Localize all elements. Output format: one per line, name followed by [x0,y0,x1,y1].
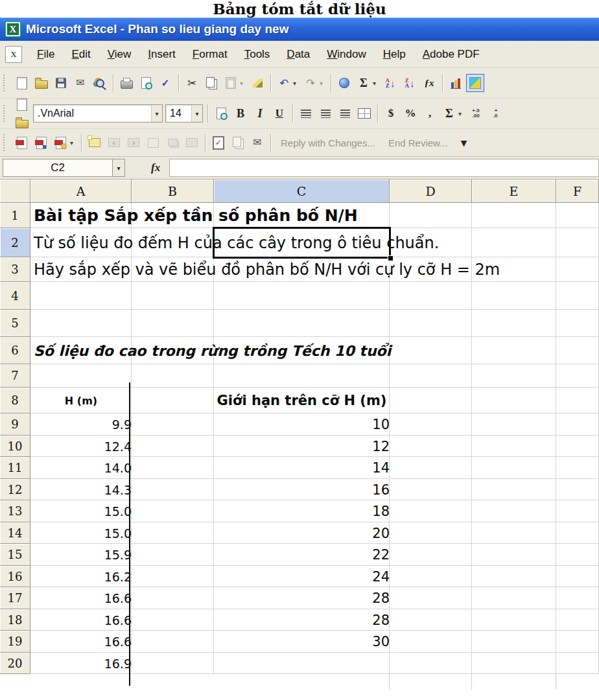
toolbar-grip[interactable] [3,105,9,122]
column-header-C[interactable]: C [214,180,390,203]
send-for-review-icon[interactable]: ✉ [248,134,266,152]
menu-data[interactable]: Data [278,45,318,64]
font-size-dropdown-icon[interactable]: ▾ [191,105,202,122]
bold-icon[interactable]: B [231,104,250,122]
convert-to-adobe-pdf-and-send-for-review-dropdown-icon[interactable]: ▾ [70,139,76,146]
merge-and-center-icon[interactable] [355,104,373,122]
cell-E18[interactable] [472,609,556,631]
cell-E8[interactable] [472,388,556,414]
new-document-icon[interactable] [13,74,31,92]
drawing-icon[interactable] [466,74,484,92]
font-name-dropdown-icon[interactable]: ▾ [151,105,162,122]
cell-F5[interactable] [556,310,599,337]
row-header-15[interactable]: 15 [0,544,30,566]
cell-B20[interactable] [132,653,214,674]
cell-C7[interactable] [214,364,390,388]
row-header-1[interactable]: 1 [0,203,30,228]
menu-insert[interactable]: Insert [139,45,184,64]
cell-B14[interactable] [132,522,214,544]
new-comment-icon[interactable] [86,134,104,152]
cell-E17[interactable] [472,587,556,609]
insert-function-icon[interactable]: ƒx [420,74,438,92]
cell-D11[interactable] [390,457,472,479]
cell-E12[interactable] [472,479,556,500]
new-document-small-icon[interactable] [13,95,31,113]
menu-help[interactable]: Help [375,45,414,64]
copy-icon[interactable] [202,74,220,92]
cell-D15[interactable] [390,544,472,566]
cell-E5[interactable] [472,310,556,337]
cell-A7[interactable] [30,364,132,388]
column-header-F[interactable]: F [556,180,599,203]
align-left-icon[interactable] [297,104,315,122]
toolbar-grip[interactable] [3,75,9,91]
cell-D5[interactable] [390,310,472,337]
menu-edit[interactable]: Edit [63,45,99,64]
row-header-11[interactable]: 11 [0,457,30,479]
column-header-B[interactable]: B [132,180,214,203]
font-size-combo[interactable]: 14 ▾ [165,104,203,122]
row-header-16[interactable]: 16 [0,566,30,587]
decrease-decimal-icon[interactable]: + .0 [486,104,504,122]
cell-D14[interactable] [390,522,472,544]
chart-wizard-icon[interactable] [447,74,465,92]
cell-D20[interactable] [390,653,472,674]
save-icon[interactable] [52,74,70,92]
cell-F11[interactable] [556,457,599,479]
select-changes-icon[interactable]: ✓ [209,134,228,152]
cell-D9[interactable] [390,414,472,436]
autosum-2-icon[interactable]: Σ [440,104,458,122]
fill-handle[interactable] [388,255,393,261]
cell-E16[interactable] [472,566,556,587]
autosum-icon[interactable]: Σ [355,74,373,92]
cell-F16[interactable] [556,566,599,587]
cell-B9[interactable] [132,414,214,436]
formula-input[interactable] [169,159,599,177]
format-painter-icon[interactable] [248,74,266,92]
cell-D10[interactable] [390,436,472,457]
toolbar-grip[interactable] [3,134,9,151]
menu-tools[interactable]: Tools [236,45,279,64]
column-header-D[interactable]: D [390,180,472,203]
cell-F19[interactable] [556,631,599,653]
menu-format[interactable]: Format [184,45,236,64]
undo-icon[interactable]: ↶ [275,74,293,92]
cell-E20[interactable] [472,653,556,674]
email-icon[interactable]: ✉ [71,74,89,92]
row-header-20[interactable]: 20 [0,653,30,674]
cell-F9[interactable] [556,414,599,436]
cell-D7[interactable] [390,364,472,388]
cell-B15[interactable] [132,544,214,566]
row-header-18[interactable]: 18 [0,609,30,631]
cell-D19[interactable] [390,631,472,653]
name-box-dropdown-icon[interactable]: ▾ [113,159,125,177]
cell-B19[interactable] [132,631,214,653]
cell-C20[interactable] [214,653,390,674]
autosum-dropdown-icon[interactable]: ▾ [373,80,379,87]
convert-to-adobe-pdf-and-send-for-review-icon[interactable] [52,134,70,152]
undo-dropdown-icon[interactable]: ▾ [293,80,300,87]
cell-D17[interactable] [390,587,472,609]
percent-icon[interactable]: % [401,104,419,122]
cell-F13[interactable] [556,500,599,522]
cell-B7[interactable] [132,364,214,388]
print-icon[interactable] [117,74,135,92]
increase-decimal-icon[interactable]: +.0 .00 [467,104,485,122]
font-name-combo[interactable]: .VnArial ▾ [33,104,163,122]
cell-E13[interactable] [472,500,556,522]
cell-F8[interactable] [556,388,599,414]
cell-B10[interactable] [132,436,214,457]
row-header-5[interactable]: 5 [0,310,30,337]
cell-B4[interactable] [132,282,214,310]
column-header-A[interactable]: A [30,180,132,203]
cell-F10[interactable] [556,436,599,457]
cell-B17[interactable] [132,587,214,609]
row-header-4[interactable]: 4 [0,282,30,310]
cell-E9[interactable] [472,414,556,436]
cell-A5[interactable] [30,310,132,337]
open-icon[interactable] [32,74,51,92]
align-right-icon[interactable] [336,104,354,122]
cell-D8[interactable] [390,388,472,414]
print-preview-icon[interactable] [137,74,155,92]
align-center-icon[interactable] [316,104,335,122]
